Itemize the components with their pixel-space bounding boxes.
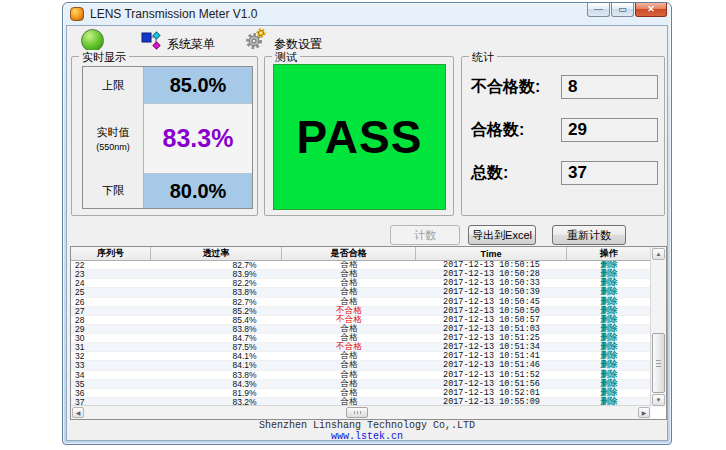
upper-limit-label: 上限 <box>83 67 143 104</box>
header-result[interactable]: 是否合格 <box>282 247 416 260</box>
export-excel-button[interactable]: 导出到Excel <box>468 225 536 245</box>
wavelength-label: (550nm) <box>96 142 130 152</box>
maximize-button[interactable]: ▭ <box>611 3 634 17</box>
stats-group-label: 统计 <box>469 50 497 65</box>
scroll-down-icon[interactable]: ▼ <box>652 394 665 406</box>
website-link[interactable]: www.lstek.cn <box>331 431 403 441</box>
test-result-panel: PASS <box>273 64 446 210</box>
realtime-panel: 上限 85.0% 实时值 (550nm) 83.3% 下限 80.0% <box>82 66 253 209</box>
table-header: 序列号 透过率 是否合格 Time 操作 <box>71 247 651 261</box>
realtime-group: 实时显示 上限 85.0% 实时值 (550nm) 83.3% 下限 80.0% <box>71 56 258 216</box>
current-value-label: 实时值 (550nm) <box>83 104 143 173</box>
pass-count-value: 29 <box>561 118 658 142</box>
header-time[interactable]: Time <box>416 247 567 260</box>
title-bar[interactable]: LENS Transmission Meter V1.0 — ▭ ✕ <box>63 3 671 24</box>
window-controls: — ▭ ✕ <box>586 3 667 17</box>
desktop: LENS Transmission Meter V1.0 — ▭ ✕ 系统菜单 <box>0 0 726 450</box>
realtime-group-label: 实时显示 <box>79 50 129 65</box>
stats-group: 统计 不合格数: 8 合格数: 29 总数: 37 <box>461 56 665 216</box>
close-button[interactable]: ✕ <box>635 3 667 17</box>
vertical-scroll-thumb[interactable] <box>652 333 665 393</box>
header-operation[interactable]: 操作 <box>567 247 651 260</box>
app-icon <box>70 7 84 21</box>
lower-limit-value: 80.0% <box>143 173 252 208</box>
system-menu-button[interactable]: 系统菜单 <box>167 36 215 53</box>
footer-company-text: Shenzhen Linshang Technology Co,.LTD <box>67 420 667 431</box>
results-table: 序列号 透过率 是否合格 Time 操作 2282.7%合格2017-12-13… <box>70 246 667 420</box>
total-count-label: 总数: <box>471 163 508 184</box>
window-title: LENS Transmission Meter V1.0 <box>90 7 257 21</box>
test-group: 测试 PASS <box>264 56 454 216</box>
fail-count-label: 不合格数: <box>471 77 540 98</box>
test-group-label: 测试 <box>272 50 300 65</box>
stat-row-pass: 合格数: 29 <box>471 117 658 143</box>
fail-count-value: 8 <box>561 75 658 99</box>
client-area: 系统菜单 参数设置 实时显示 上限 85.0% 实时值 (550nm) <box>66 25 668 441</box>
pass-count-label: 合格数: <box>471 120 524 141</box>
header-transmittance[interactable]: 透过率 <box>151 247 282 260</box>
footer-link-row: www.lstek.cn <box>67 431 667 441</box>
table-body: 2282.7%合格2017-12-13 10:50:15删除2383.9%合格2… <box>71 261 651 407</box>
recount-button[interactable]: 重新计数 <box>552 225 626 245</box>
minimize-button[interactable]: — <box>587 3 610 17</box>
settings-gear-icon[interactable] <box>245 28 267 50</box>
test-result-text: PASS <box>297 110 423 164</box>
app-window: LENS Transmission Meter V1.0 — ▭ ✕ 系统菜单 <box>62 2 672 445</box>
scroll-right-icon[interactable]: ▶ <box>638 407 650 418</box>
scroll-left-icon[interactable]: ◀ <box>72 407 84 418</box>
scroll-up-icon[interactable]: ▲ <box>652 248 665 260</box>
current-value: 83.3% <box>143 104 252 173</box>
total-count-value: 37 <box>561 161 658 185</box>
header-serial[interactable]: 序列号 <box>71 247 151 260</box>
vertical-scrollbar[interactable]: ▲ ▼ <box>650 247 666 407</box>
lower-limit-label: 下限 <box>83 173 143 208</box>
horizontal-scrollbar[interactable]: ◀ ▶ <box>71 405 651 419</box>
stat-row-total: 总数: 37 <box>471 160 658 186</box>
upper-limit-value: 85.0% <box>143 67 252 104</box>
system-menu-icon[interactable] <box>141 30 163 52</box>
count-button: 计数 <box>390 225 460 245</box>
horizontal-scroll-thumb[interactable] <box>346 407 368 418</box>
status-led-icon <box>81 29 104 52</box>
stat-row-fail: 不合格数: 8 <box>471 74 658 100</box>
current-label-text: 实时值 <box>97 125 130 140</box>
